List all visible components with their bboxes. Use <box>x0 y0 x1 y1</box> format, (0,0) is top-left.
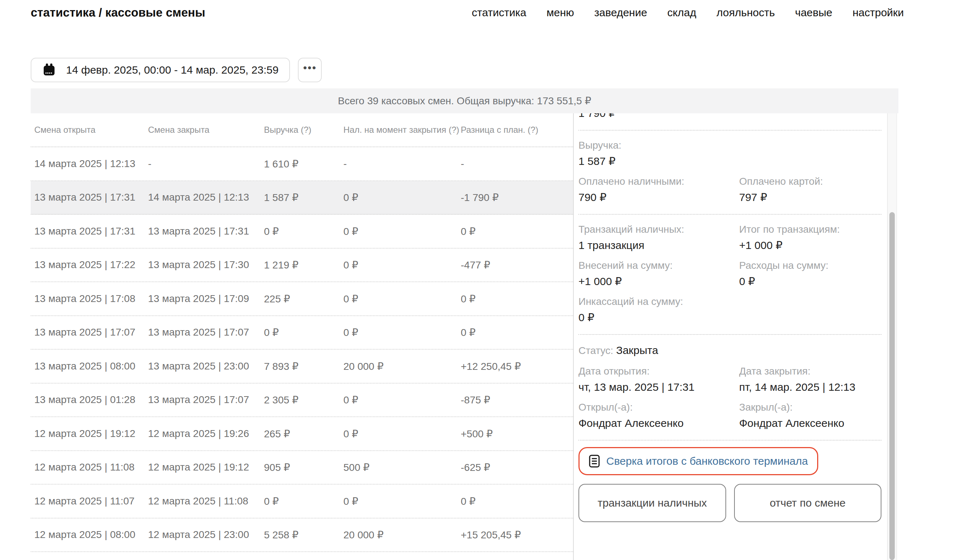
column-header: Нал. на момент закрытия (?) <box>343 125 459 135</box>
plan-difference-cell: 0 ₽ <box>461 225 475 237</box>
table-row[interactable]: 13 марта 2025 | 17:0713 марта 2025 | 17:… <box>31 316 573 350</box>
page-title: статистика / кассовые смены <box>31 6 205 19</box>
plan-difference-cell: 0 ₽ <box>461 292 475 305</box>
shift-opened-cell: 12 марта 2025 | 08:00 <box>34 529 136 541</box>
column-header: Смена закрыта <box>148 125 209 135</box>
table-row[interactable]: 13 марта 2025 | 17:0813 марта 2025 | 17:… <box>31 282 573 316</box>
cash-at-close-cell: 0 ₽ <box>343 259 358 271</box>
date-range-label: 14 февр. 2025, 00:00 - 14 мар. 2025, 23:… <box>66 64 278 76</box>
table-row[interactable]: 12 марта 2025 | 11:0712 марта 2025 | 11:… <box>31 485 573 518</box>
table-row[interactable]: 12 марта 2025 | 19:1212 марта 2025 | 19:… <box>31 417 573 451</box>
plan-difference-cell: 0 ₽ <box>461 495 475 507</box>
nav-item-tips[interactable]: чаевые <box>795 6 832 19</box>
revenue-cell: 1 610 ₽ <box>264 158 299 170</box>
detail-field: Дата открытия:чт, 13 мар. 2025 | 17:31 <box>578 366 739 393</box>
shift-opened-cell: 13 марта 2025 | 01:28 <box>34 394 136 406</box>
panel-scrollbar[interactable] <box>887 113 897 560</box>
shift-closed-cell: 13 марта 2025 | 23:00 <box>148 361 249 372</box>
cash-at-close-cell: - <box>343 158 347 170</box>
detail-field-value: +1 000 ₽ <box>739 240 881 251</box>
shift-closed-cell: 12 марта 2025 | 19:12 <box>148 462 249 473</box>
summary-count: 39 <box>367 95 379 107</box>
nav-item-venue[interactable]: заведение <box>594 6 647 19</box>
shift-opened-cell: 13 марта 2025 | 17:31 <box>34 226 136 237</box>
shift-opened-cell: 12 марта 2025 | 19:12 <box>34 428 136 439</box>
plan-difference-cell: +12 250,45 ₽ <box>461 360 521 372</box>
shift-opened-cell: 13 марта 2025 | 17:07 <box>34 327 136 338</box>
shift-detail-panel: 1 790 ₽ Выручка:1 587 ₽Оплачено наличным… <box>573 113 887 560</box>
detail-field: Итог по транзакциям:+1 000 ₽ <box>739 224 881 252</box>
panel-scrollbar-thumb[interactable] <box>889 212 895 560</box>
detail-field: Оплачено наличными:790 ₽ <box>578 176 739 204</box>
table-body: 14 марта 2025 | 12:13-1 610 ₽--13 марта … <box>31 147 573 552</box>
plan-difference-cell: - <box>461 158 464 170</box>
detail-field: Расходы на сумму:0 ₽ <box>739 260 881 288</box>
cash-at-close-cell: 0 ₽ <box>343 191 358 204</box>
table-row[interactable]: 13 марта 2025 | 17:3114 марта 2025 | 12:… <box>31 181 573 215</box>
table-row[interactable]: 13 марта 2025 | 08:0013 марта 2025 | 23:… <box>31 350 573 384</box>
panel-section: Выручка:1 587 ₽Оплачено наличными:790 ₽О… <box>578 131 881 215</box>
detail-field-value: Фондрат Алексеенко <box>578 417 739 429</box>
table-row[interactable]: 13 марта 2025 | 17:2213 марта 2025 | 17:… <box>31 249 573 283</box>
shift-closed-cell: 14 марта 2025 | 12:13 <box>148 191 249 203</box>
detail-field-value: чт, 13 мар. 2025 | 17:31 <box>578 381 739 393</box>
table-row[interactable]: 14 марта 2025 | 12:13-1 610 ₽-- <box>31 147 573 181</box>
calendar-icon <box>42 63 56 77</box>
status-badge: Закрыта <box>616 344 658 356</box>
detail-field-value: +1 000 ₽ <box>578 276 739 287</box>
shift-opened-cell: 13 марта 2025 | 17:31 <box>34 191 136 203</box>
shift-closed-cell: 12 марта 2025 | 23:00 <box>148 529 249 541</box>
summary-bar: Всего 39 кассовых смен. Общая выручка: 1… <box>31 89 898 113</box>
cash-at-close-cell: 0 ₽ <box>343 428 358 439</box>
more-options-button[interactable]: ••• <box>298 58 322 82</box>
column-header: Смена открыта <box>34 125 95 135</box>
detail-field-label: Дата закрытия: <box>739 366 881 377</box>
revenue-cell: 905 ₽ <box>264 462 290 473</box>
table-row[interactable]: 13 марта 2025 | 01:2813 марта 2025 | 17:… <box>31 384 573 417</box>
column-header: Выручка (?) <box>264 125 311 135</box>
main-nav: статистикаменюзаведениескладлояльностьча… <box>472 6 904 19</box>
detail-field: Оплачено картой:797 ₽ <box>739 176 881 204</box>
detail-field: Транзакций наличных:1 транзакция <box>578 224 739 252</box>
detail-field-value: пт, 14 мар. 2025 | 12:13 <box>739 381 881 393</box>
shifts-table: Смена открытаСмена закрытаВыручка (?)Нал… <box>31 113 573 552</box>
detail-field: Дата закрытия:пт, 14 мар. 2025 | 12:13 <box>739 366 881 393</box>
detail-field-label: Открыл(-а): <box>578 402 739 413</box>
detail-field-value: 0 ₽ <box>578 312 739 323</box>
revenue-cell: 2 305 ₽ <box>264 394 299 406</box>
nav-item-stock[interactable]: склад <box>667 6 696 19</box>
revenue-cell: 0 ₽ <box>264 495 279 507</box>
cash-transactions-button[interactable]: транзакции наличных <box>578 484 726 522</box>
detail-field-label: Закрыл(-а): <box>739 402 881 413</box>
topbar: статистика / кассовые смены статистикаме… <box>31 6 904 19</box>
detail-field: Инкассаций на сумму:0 ₽ <box>578 296 739 324</box>
panel-section: Транзакций наличных:1 транзакцияИтог по … <box>578 215 881 335</box>
annotation-highlight: Сверка итогов с банковского терминала <box>578 447 818 475</box>
cash-at-close-cell: 0 ₽ <box>343 292 358 305</box>
table-row[interactable]: 12 марта 2025 | 11:0812 марта 2025 | 19:… <box>31 451 573 485</box>
column-header: Разница с план. (?) <box>461 125 538 135</box>
detail-field-label: Выручка: <box>578 140 881 151</box>
detail-field: Открыл(-а):Фондрат Алексеенко <box>578 402 739 429</box>
shift-closed-cell: - <box>148 158 151 170</box>
plan-difference-cell: -477 ₽ <box>461 259 490 271</box>
detail-field-label: Дата открытия: <box>578 366 739 377</box>
nav-item-loyalty[interactable]: лояльность <box>716 6 775 19</box>
table-row[interactable]: 13 марта 2025 | 17:3113 марта 2025 | 17:… <box>31 215 573 249</box>
bank-terminal-reconciliation-link[interactable]: Сверка итогов с банковского терминала <box>606 455 808 467</box>
cash-at-close-cell: 0 ₽ <box>343 394 358 406</box>
shift-closed-cell: 13 марта 2025 | 17:31 <box>148 226 249 237</box>
nav-item-menu[interactable]: меню <box>546 6 574 19</box>
detail-field-label: Итог по транзакциям: <box>739 224 881 235</box>
summary-mid: кассовых смен. Общая выручка: <box>379 95 537 107</box>
detail-field-label: Оплачено наличными: <box>578 176 739 187</box>
nav-item-settings[interactable]: настройки <box>853 6 904 19</box>
date-range-button[interactable]: 14 февр. 2025, 00:00 - 14 мар. 2025, 23:… <box>31 58 290 82</box>
summary-total: 173 551,5 ₽ <box>537 95 591 107</box>
revenue-cell: 265 ₽ <box>264 428 290 439</box>
shift-report-button[interactable]: отчет по смене <box>734 484 882 522</box>
table-header: Смена открытаСмена закрытаВыручка (?)Нал… <box>31 113 573 147</box>
table-row[interactable]: 12 марта 2025 | 08:0012 марта 2025 | 23:… <box>31 518 573 552</box>
detail-field: Выручка:1 587 ₽ <box>578 140 881 167</box>
nav-item-statistics[interactable]: статистика <box>472 6 527 19</box>
